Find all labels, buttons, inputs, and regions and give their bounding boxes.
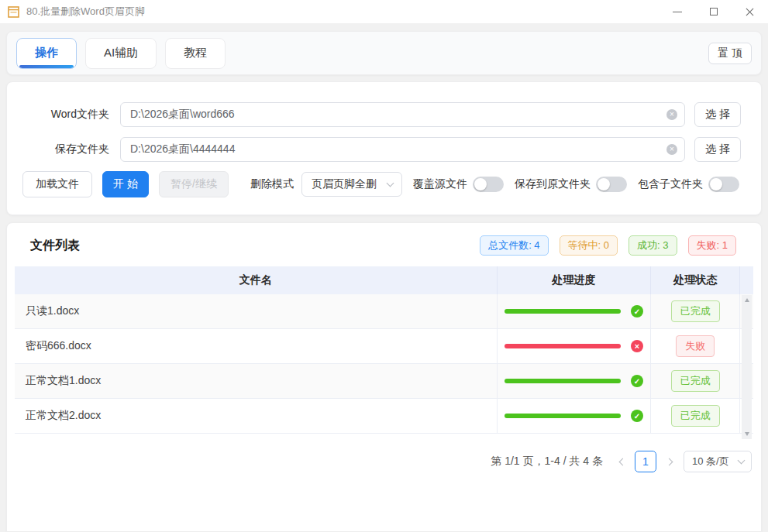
waiting-badge: 等待中: 0 (560, 235, 618, 256)
chevron-down-icon (386, 179, 394, 187)
table-header: 文件名 处理进度 处理状态 (15, 266, 753, 294)
total-files-badge: 总文件数: 4 (480, 235, 548, 256)
chevron-left-icon (618, 458, 626, 465)
word-folder-input[interactable] (130, 108, 661, 121)
include-subfolders-label: 包含子文件夹 (638, 177, 703, 191)
overwrite-source-toggle[interactable] (473, 177, 504, 192)
status-cell: 已完成 (651, 294, 740, 328)
clear-word-folder-icon[interactable]: × (666, 109, 677, 120)
status-cell: 已完成 (651, 399, 740, 433)
chevron-down-icon (738, 456, 746, 464)
table-row: 正常文档1.docx ✓ 已完成 (15, 364, 753, 399)
check-circle-icon: ✓ (631, 305, 643, 317)
file-list-title: 文件列表 (30, 238, 80, 254)
word-folder-field: × (120, 102, 685, 127)
overwrite-source-group: 覆盖源文件 (413, 177, 504, 192)
clear-save-folder-icon[interactable]: × (666, 144, 677, 155)
pagination: 第 1/1 页，1-4 / 共 4 条 1 10 条/页 (7, 451, 752, 472)
delete-mode-value: 页眉页脚全删 (312, 177, 377, 191)
close-icon (745, 7, 755, 17)
table-body: 只读1.docx ✓ 已完成 密码666.docx × (15, 294, 753, 439)
progress-cell: ✓ (498, 399, 652, 433)
tabs: 操作 AI辅助 教程 (16, 38, 226, 69)
window-title: 80.批量删除Word页眉页脚 (26, 5, 145, 19)
include-subfolders-toggle[interactable] (708, 177, 739, 192)
progress-bar (505, 309, 621, 314)
file-name: 密码666.docx (15, 329, 498, 363)
progress-cell: × (498, 329, 652, 363)
actions-row: 加载文件 开 始 暂停/继续 删除模式 页眉页脚全删 覆盖源文件 保存到原文件夹… (22, 171, 741, 197)
status-cell: 失败 (651, 329, 740, 363)
delete-mode-select[interactable]: 页眉页脚全删 (301, 172, 402, 197)
progress-cell: ✓ (498, 294, 652, 328)
error-circle-icon: × (631, 340, 643, 352)
file-name: 只读1.docx (15, 294, 498, 328)
progress-cell: ✓ (498, 364, 652, 398)
save-folder-row: 保存文件夹 × 选 择 (22, 137, 741, 162)
table-row: 正常文档2.docx ✓ 已完成 (15, 399, 753, 434)
status-cell: 已完成 (651, 364, 740, 398)
file-name: 正常文档2.docx (15, 399, 498, 433)
next-page-button[interactable] (660, 452, 677, 471)
file-table: 文件名 处理进度 处理状态 只读1.docx ✓ 已完成 (15, 266, 753, 439)
table-row: 密码666.docx × 失败 (15, 329, 753, 364)
app-document-icon (8, 6, 19, 18)
file-list-panel: 文件列表 总文件数: 4 等待中: 0 成功: 3 失败: 1 文件名 处理进度… (6, 222, 762, 532)
scroll-up-icon[interactable] (745, 298, 749, 302)
vertical-scrollbar[interactable] (742, 295, 752, 439)
column-header-filename: 文件名 (15, 266, 498, 294)
column-header-status: 处理状态 (651, 266, 740, 294)
maximize-icon (710, 8, 718, 15)
load-files-button[interactable]: 加载文件 (22, 171, 92, 197)
tab-bar: 操作 AI辅助 教程 置 顶 (6, 31, 762, 75)
file-list-header: 文件列表 总文件数: 4 等待中: 0 成功: 3 失败: 1 (7, 223, 761, 265)
pagination-summary: 第 1/1 页，1-4 / 共 4 条 (491, 455, 603, 469)
column-header-progress: 处理进度 (498, 266, 652, 294)
include-subfolders-group: 包含子文件夹 (638, 177, 739, 192)
title-bar: 80.批量删除Word页眉页脚 (0, 0, 768, 23)
tab-ai-assist[interactable]: AI辅助 (85, 38, 157, 69)
save-to-original-toggle[interactable] (596, 177, 627, 192)
summary-badges: 总文件数: 4 等待中: 0 成功: 3 失败: 1 (480, 235, 736, 256)
save-folder-input[interactable] (130, 143, 661, 156)
save-folder-field: × (120, 137, 685, 162)
save-to-original-label: 保存到原文件夹 (515, 177, 591, 191)
window-controls (659, 0, 768, 23)
status-badge: 已完成 (671, 405, 720, 427)
failed-badge: 失败: 1 (688, 235, 736, 256)
column-header-gutter (740, 266, 753, 294)
table-row: 只读1.docx ✓ 已完成 (15, 294, 753, 329)
save-folder-label: 保存文件夹 (22, 142, 109, 156)
status-badge: 已完成 (671, 370, 720, 392)
progress-bar (505, 344, 621, 348)
check-circle-icon: ✓ (631, 410, 643, 422)
progress-bar (505, 414, 621, 418)
save-folder-select-button[interactable]: 选 择 (694, 137, 741, 162)
minimize-button[interactable] (659, 0, 695, 23)
page-size-value: 10 条/页 (692, 455, 729, 469)
delete-mode-label: 删除模式 (250, 177, 294, 191)
pin-top-button[interactable]: 置 顶 (708, 43, 752, 64)
tab-tutorial[interactable]: 教程 (165, 38, 226, 69)
pause-resume-button[interactable]: 暂停/继续 (159, 171, 229, 197)
success-badge: 成功: 3 (629, 235, 677, 256)
save-to-original-group: 保存到原文件夹 (515, 177, 627, 192)
maximize-button[interactable] (695, 0, 732, 23)
close-button[interactable] (732, 0, 768, 23)
word-folder-select-button[interactable]: 选 择 (694, 102, 741, 127)
check-circle-icon: ✓ (631, 375, 643, 387)
page-number-button[interactable]: 1 (635, 451, 656, 472)
minimize-icon (673, 12, 682, 12)
scroll-down-icon[interactable] (745, 432, 749, 436)
chevron-right-icon (665, 458, 673, 465)
word-folder-row: Word文件夹 × 选 择 (22, 102, 741, 127)
prev-page-button[interactable] (614, 452, 631, 471)
tab-operation[interactable]: 操作 (16, 38, 77, 69)
status-badge: 失败 (676, 335, 715, 357)
settings-panel: Word文件夹 × 选 择 保存文件夹 × 选 择 加载文件 开 始 暂停/继续… (6, 81, 762, 215)
page-size-select[interactable]: 10 条/页 (684, 451, 752, 472)
progress-bar (505, 379, 621, 383)
start-button[interactable]: 开 始 (102, 171, 149, 197)
word-folder-label: Word文件夹 (22, 108, 109, 122)
overwrite-source-label: 覆盖源文件 (413, 177, 467, 191)
